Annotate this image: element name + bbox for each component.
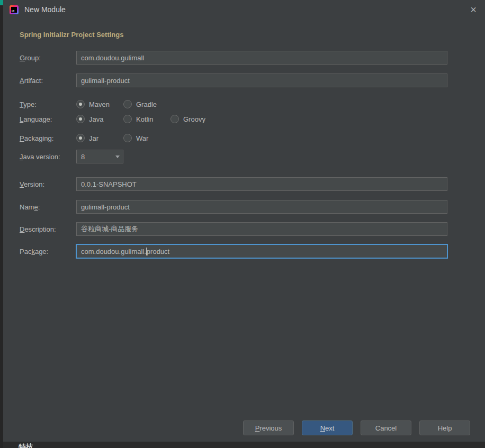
background-text: 特技 [19,443,33,448]
next-button[interactable]: Next [302,420,353,435]
radio-icon [76,115,85,123]
new-module-dialog: New Module × Spring Initializr Project S… [3,0,485,442]
dialog-titlebar: New Module × [3,0,485,19]
chevron-down-icon [115,156,120,158]
artifact-label: Artifact: [20,77,76,85]
packaging-radio-group: Jar War [76,134,170,142]
artifact-input[interactable]: gulimall-product [76,74,447,87]
radio-icon [76,100,85,108]
java-version-select[interactable]: 8 [76,150,123,163]
dialog-title: New Module [24,5,66,14]
packaging-label: Packaging: [20,134,76,142]
java-version-label: Java version: [20,153,76,161]
description-label: Description: [20,225,76,233]
previous-button[interactable]: Previous [243,420,294,435]
name-label: Name: [20,203,76,211]
package-input[interactable]: com.doudou.gulimall.product [76,244,447,258]
language-label: Language: [20,115,76,123]
group-label: Group: [20,54,76,62]
version-input[interactable]: 0.0.1-SNAPSHOT [76,177,447,191]
radio-icon [76,134,85,142]
help-button[interactable]: Help [419,420,470,435]
description-input[interactable]: 谷粒商城-商品服务 [76,222,447,236]
language-radio-group: Java Kotlin Groovy [76,115,218,123]
background-window-fragment: 特技 [3,442,485,448]
package-label: Package: [20,248,76,255]
dialog-button-bar: Previous Next Cancel Help [243,420,470,435]
spring-initializr-form: Group: com.doudou.gulimall Artifact: gul… [3,51,485,258]
type-gradle-radio[interactable]: Gradle [123,100,170,108]
packaging-jar-radio[interactable]: Jar [76,134,123,142]
radio-icon [123,115,132,123]
language-java-radio[interactable]: Java [76,115,123,123]
close-icon[interactable]: × [470,4,477,15]
radio-icon [170,115,179,123]
language-groovy-radio[interactable]: Groovy [170,115,218,123]
intellij-logo-icon [10,5,19,14]
page-title: Spring Initializr Project Settings [20,31,485,39]
language-kotlin-radio[interactable]: Kotlin [123,115,170,123]
cancel-button[interactable]: Cancel [361,420,411,435]
version-label: Version: [20,180,76,188]
name-input[interactable]: gulimall-product [76,200,447,214]
group-input[interactable]: com.doudou.gulimall [76,51,447,65]
type-maven-radio[interactable]: Maven [76,100,123,108]
type-radio-group: Maven Gradle [76,100,170,108]
radio-icon [123,134,132,142]
packaging-war-radio[interactable]: War [123,134,170,142]
type-label: Type: [20,100,76,108]
radio-icon [123,100,132,108]
